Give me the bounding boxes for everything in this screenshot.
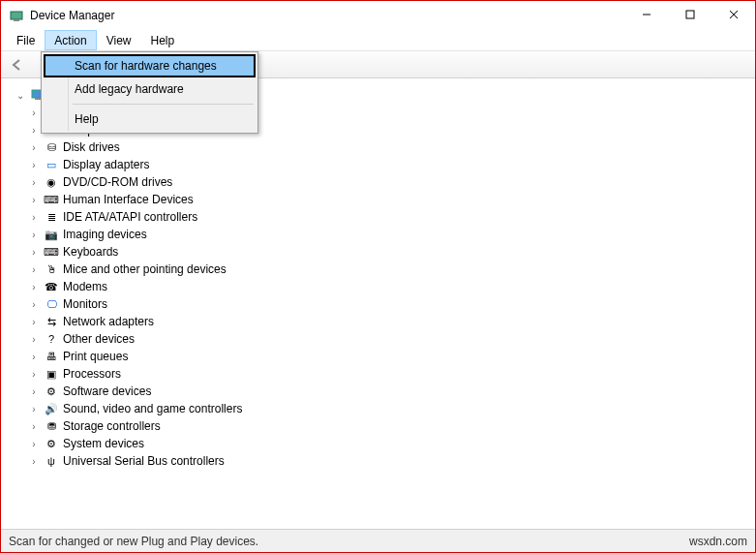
collapse-icon[interactable]: ⌄ xyxy=(15,90,26,101)
minimize-button[interactable] xyxy=(624,1,668,28)
hid-icon: ⌨ xyxy=(44,192,59,207)
menu-action[interactable]: Action xyxy=(45,30,96,50)
tree-node-label: DVD/CD-ROM drives xyxy=(63,175,172,189)
expand-icon[interactable]: › xyxy=(28,456,40,467)
tree-node-label: System devices xyxy=(63,437,144,450)
expand-icon[interactable]: › xyxy=(28,439,40,449)
tree-node[interactable]: ›⌨Human Interface Devices xyxy=(15,191,749,208)
other-icon: ? xyxy=(44,331,59,347)
app-icon xyxy=(9,8,24,23)
tree-node[interactable]: ›ψUniversal Serial Bus controllers xyxy=(15,452,749,470)
dvd-icon: ◉ xyxy=(44,174,59,190)
tree-node[interactable]: ›▭Display adapters xyxy=(15,156,749,173)
mouse-icon: 🖱 xyxy=(44,261,59,277)
svg-rect-1 xyxy=(14,19,19,21)
expand-icon[interactable]: › xyxy=(28,404,40,415)
menu-help[interactable]: Help xyxy=(141,30,185,50)
tree-node-label: Processors xyxy=(63,367,121,381)
menu-view[interactable]: View xyxy=(97,30,141,50)
status-text: Scan for changed or new Plug and Play de… xyxy=(9,535,258,548)
modem-icon: ☎ xyxy=(44,279,59,294)
tree-node-label: Keyboards xyxy=(63,245,118,259)
tree-node[interactable]: ›🖵Monitors xyxy=(15,295,749,313)
expand-icon[interactable]: › xyxy=(28,334,40,345)
expand-icon[interactable]: › xyxy=(28,160,40,170)
tree-node-label: Human Interface Devices xyxy=(63,193,194,206)
tree-node[interactable]: ›⚙Software devices xyxy=(15,383,749,400)
back-button[interactable] xyxy=(5,54,28,76)
expand-icon[interactable]: › xyxy=(28,386,40,397)
menu-bar: File Action View Help xyxy=(1,30,755,51)
tree-node[interactable]: ›▣Processors xyxy=(15,365,749,383)
monitor-icon: 🖵 xyxy=(44,296,59,312)
tree-node[interactable]: ›⌨Keyboards xyxy=(15,243,749,261)
software-icon: ⚙ xyxy=(44,384,59,399)
display-icon: ▭ xyxy=(44,157,59,172)
tree-node[interactable]: ›⇆Network adapters xyxy=(15,313,749,330)
expand-icon[interactable]: › xyxy=(28,282,40,292)
tree-node-label: Network adapters xyxy=(63,315,154,328)
status-bar: Scan for changed or new Plug and Play de… xyxy=(1,529,755,552)
tree-node[interactable]: ›≣IDE ATA/ATAPI controllers xyxy=(15,208,749,226)
tree-node[interactable]: ›🖱Mice and other pointing devices xyxy=(15,261,749,278)
storage-icon: ⛃ xyxy=(44,418,59,434)
expand-icon[interactable]: › xyxy=(28,352,40,362)
usb-icon: ψ xyxy=(44,453,59,469)
svg-rect-3 xyxy=(686,11,694,18)
status-right: wsxdn.com xyxy=(689,535,747,548)
system-icon: ⚙ xyxy=(44,436,59,451)
menu-item-scan-hardware[interactable]: Scan for hardware changes xyxy=(44,54,256,77)
expand-icon[interactable]: › xyxy=(28,247,40,258)
close-button[interactable] xyxy=(711,1,755,28)
tree-node-label: Modems xyxy=(63,280,107,293)
window-controls xyxy=(624,1,755,28)
imaging-icon: 📷 xyxy=(44,227,59,242)
menu-file[interactable]: File xyxy=(7,30,45,50)
tree-node-label: Disk drives xyxy=(63,140,120,154)
tree-node-label: Display adapters xyxy=(63,158,149,171)
expand-icon[interactable]: › xyxy=(28,108,40,118)
action-dropdown: Scan for hardware changes Add legacy har… xyxy=(41,51,258,134)
ide-icon: ≣ xyxy=(44,209,59,225)
tree-node[interactable]: ›🔊Sound, video and game controllers xyxy=(15,400,749,417)
expand-icon[interactable]: › xyxy=(28,264,40,275)
expand-icon[interactable]: › xyxy=(28,125,40,136)
tree-node[interactable]: ›📷Imaging devices xyxy=(15,226,749,243)
cpu-icon: ▣ xyxy=(44,366,59,382)
tree-node-label: Other devices xyxy=(63,332,135,346)
tree-node[interactable]: ›☎Modems xyxy=(15,278,749,295)
device-tree-area: ⌄ ›ᛒBluetooth›🖥Computer›⛁Disk drives›▭Di… xyxy=(7,80,749,521)
tree-node[interactable]: ›⛁Disk drives xyxy=(15,138,749,156)
sound-icon: 🔊 xyxy=(44,401,59,416)
expand-icon[interactable]: › xyxy=(28,299,40,310)
expand-icon[interactable]: › xyxy=(28,369,40,380)
window-title: Device Manager xyxy=(30,9,114,22)
expand-icon[interactable]: › xyxy=(28,317,40,327)
tree-node[interactable]: ›?Other devices xyxy=(15,330,749,348)
tree-node[interactable]: ›⛃Storage controllers xyxy=(15,417,749,435)
expand-icon[interactable]: › xyxy=(28,212,40,223)
expand-icon[interactable]: › xyxy=(28,230,40,240)
title-bar: Device Manager xyxy=(1,1,755,30)
maximize-button[interactable] xyxy=(668,1,711,28)
printer-icon: 🖶 xyxy=(44,349,59,364)
tree-node-label: Sound, video and game controllers xyxy=(63,402,242,415)
menu-item-help[interactable]: Help xyxy=(44,108,256,131)
expand-icon[interactable]: › xyxy=(28,142,40,153)
menu-item-add-legacy[interactable]: Add legacy hardware xyxy=(44,77,256,101)
tree-node-label: Storage controllers xyxy=(63,419,161,433)
network-icon: ⇆ xyxy=(44,314,59,329)
expand-icon[interactable]: › xyxy=(28,195,40,205)
tree-node[interactable]: ›⚙System devices xyxy=(15,435,749,452)
tree-node-label: Mice and other pointing devices xyxy=(63,262,227,276)
device-tree: ⌄ ›ᛒBluetooth›🖥Computer›⛁Disk drives›▭Di… xyxy=(7,80,749,470)
expand-icon[interactable]: › xyxy=(28,421,40,432)
tree-node[interactable]: ›◉DVD/CD-ROM drives xyxy=(15,173,749,191)
tree-node-label: Imaging devices xyxy=(63,228,147,241)
svg-rect-0 xyxy=(11,12,22,19)
expand-icon[interactable]: › xyxy=(28,177,40,188)
tree-node-label: Software devices xyxy=(63,384,151,398)
tree-node-label: Universal Serial Bus controllers xyxy=(63,454,225,468)
tree-node[interactable]: ›🖶Print queues xyxy=(15,348,749,365)
tree-node-label: Monitors xyxy=(63,297,107,311)
